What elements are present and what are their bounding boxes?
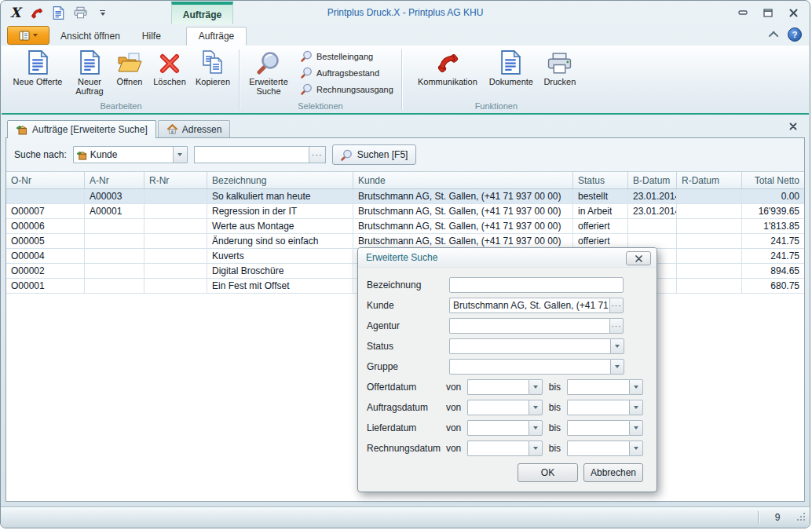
oeffnen-button[interactable]: Öffnen <box>110 47 149 86</box>
search-button-label: Suchen [F5] <box>357 149 408 160</box>
auftragsbestand-button[interactable]: Auftragsbestand <box>301 67 393 79</box>
cell-bezeichnung: Ein Fest mit Offset <box>207 279 353 294</box>
selected-field: Kunde <box>90 149 173 160</box>
table-row[interactable]: A00003 So kalkuliert man heute Brutschma… <box>6 189 804 204</box>
cell-bezeichnung: So kalkuliert man heute <box>207 189 353 204</box>
cell-onr: O00007 <box>6 204 85 219</box>
loeschen-button[interactable]: Löschen <box>149 47 190 86</box>
auftragsdatum-von-input[interactable] <box>467 400 529 415</box>
agentur-input[interactable] <box>449 318 609 334</box>
search-field-selector[interactable]: Kunde <box>73 146 188 163</box>
help-icon[interactable]: ? <box>788 27 802 42</box>
kunde-input[interactable]: Brutschmann AG, St. Gallen, (+41 71 937 <box>449 298 609 313</box>
agentur-lookup-ellipsis-icon[interactable]: ··· <box>609 318 624 334</box>
phone-icon[interactable] <box>30 6 43 20</box>
field-label: Auftragsdatum <box>367 402 446 413</box>
group-label-selektionen: Selektionen <box>243 101 398 113</box>
offertdatum-bis-chevron-down-icon[interactable] <box>629 379 643 395</box>
gruppe-select[interactable] <box>449 359 610 375</box>
rechnungsdatum-von-chevron-down-icon[interactable] <box>529 440 543 456</box>
close-view-icon[interactable] <box>789 119 797 133</box>
gruppe-chevron-down-icon[interactable] <box>610 359 624 375</box>
customize-quick-access-icon[interactable] <box>100 10 105 16</box>
rechnungsdatum-bis-chevron-down-icon[interactable] <box>629 440 643 456</box>
chevron-down-icon[interactable] <box>173 147 187 163</box>
kunde-lookup-ellipsis-icon[interactable]: ··· <box>609 298 624 313</box>
app-menu-button[interactable] <box>7 26 49 45</box>
table-row[interactable]: O00007 A00001 Regression in der IT Bruts… <box>6 204 804 219</box>
table-row[interactable]: O00006 Werte aus Montage Brutschmann AG,… <box>6 219 804 234</box>
column-header-onr[interactable]: O-Nr <box>6 172 85 188</box>
cancel-button[interactable]: Abbrechen <box>583 463 643 482</box>
browse-ellipsis-icon[interactable]: ··· <box>309 147 325 163</box>
ok-button[interactable]: OK <box>518 463 578 482</box>
bezeichnung-input[interactable] <box>449 277 624 293</box>
cell-total: 0.00 <box>742 189 804 204</box>
column-header-kunde[interactable]: Kunde <box>353 172 573 188</box>
ribbon-tab-hilfe[interactable]: Hilfe <box>131 27 172 46</box>
field-label: Agentur <box>367 320 449 331</box>
magnifier-icon <box>257 49 280 75</box>
field-row-agentur: Agentur ··· <box>367 318 643 334</box>
rechnungsausgang-button[interactable]: Rechnungsausgang <box>301 83 393 95</box>
erweiterte-suche-button[interactable]: Erweiterte Suche <box>243 47 294 96</box>
bis-label: bis <box>549 422 564 433</box>
search-input[interactable] <box>195 147 309 163</box>
document-icon[interactable] <box>53 6 64 20</box>
field-row-auftragsdatum: Auftragsdatum von bis <box>367 400 643 415</box>
column-header-anr[interactable]: A-Nr <box>85 172 144 188</box>
field-row-rechnungsdatum: Rechnungsdatum von bis <box>367 440 643 456</box>
cell-anr <box>85 234 144 249</box>
dokumente-button[interactable]: Dokumente <box>484 47 539 86</box>
lieferdatum-von-chevron-down-icon[interactable] <box>529 420 543 436</box>
lieferdatum-von-input[interactable] <box>467 420 529 436</box>
drucken-button[interactable]: Drucken <box>539 47 581 86</box>
auftragsdatum-bis-input[interactable] <box>567 400 629 415</box>
column-header-status[interactable]: Status <box>573 172 628 188</box>
neue-offerte-button[interactable]: Neue Offerte <box>6 47 69 86</box>
maximize-restore-icon[interactable] <box>763 7 774 18</box>
close-icon[interactable] <box>788 7 799 18</box>
lieferdatum-bis-input[interactable] <box>567 420 629 436</box>
offertdatum-von-input[interactable] <box>467 379 529 395</box>
resize-grip[interactable] <box>796 512 807 523</box>
magnifier-small-icon <box>341 149 353 161</box>
search-button[interactable]: Suchen [F5] <box>332 144 417 165</box>
bestelleingang-button[interactable]: Bestelleingang <box>301 50 393 62</box>
cell-kunde: Brutschmann AG, St. Gallen, (+41 71 937 … <box>353 189 573 204</box>
rechnungsdatum-bis-input[interactable] <box>567 440 629 456</box>
lieferdatum-bis-chevron-down-icon[interactable] <box>629 420 643 436</box>
offertdatum-von-chevron-down-icon[interactable] <box>529 379 543 395</box>
auftragsdatum-von-chevron-down-icon[interactable] <box>529 400 543 415</box>
button-label: Öffnen <box>117 77 143 86</box>
status-select[interactable] <box>449 338 610 354</box>
column-header-bezeichnung[interactable]: Bezeichnung <box>207 172 353 188</box>
cell-bezeichnung: Werte aus Montage <box>207 219 353 234</box>
cell-kunde: Brutschmann AG, St. Gallen, (+41 71 937 … <box>353 219 573 234</box>
cell-rnr <box>144 279 207 294</box>
dialog-close-icon[interactable] <box>626 251 651 265</box>
column-header-rdatum[interactable]: R-Datum <box>677 172 742 188</box>
printer-icon[interactable] <box>74 6 87 19</box>
auftragsdatum-bis-chevron-down-icon[interactable] <box>629 400 643 415</box>
kopieren-button[interactable]: Kopieren <box>190 47 236 86</box>
collapse-ribbon-icon[interactable] <box>769 31 779 41</box>
ribbon-tab-ansicht-oeffnen[interactable]: Ansicht öffnen <box>49 27 131 46</box>
cell-rnr <box>144 219 207 234</box>
dialog-title-bar[interactable]: Erweiterte Suche <box>358 248 657 268</box>
column-header-total[interactable]: Total Netto <box>742 172 804 188</box>
offertdatum-bis-input[interactable] <box>567 379 629 395</box>
neuer-auftrag-button[interactable]: Neuer Auftrag <box>69 47 110 96</box>
tab-auftraege-erweiterte-suche[interactable]: Aufträge [Erweiterte Suche] <box>7 120 156 138</box>
bis-label: bis <box>549 382 564 393</box>
tab-adressen[interactable]: Adressen <box>158 120 231 137</box>
status-chevron-down-icon[interactable] <box>610 338 624 354</box>
rechnungsdatum-von-input[interactable] <box>467 440 529 456</box>
app-menu-icon <box>19 31 30 41</box>
kommunikation-button[interactable]: Kommunikation <box>411 47 484 86</box>
column-header-bdatum[interactable]: B-Datum <box>628 172 677 188</box>
magnifier-small-icon <box>301 50 313 62</box>
column-header-rnr[interactable]: R-Nr <box>144 172 207 188</box>
ribbon-tab-auftraege[interactable]: Aufträge <box>186 27 247 46</box>
minimize-icon[interactable] <box>737 7 748 18</box>
